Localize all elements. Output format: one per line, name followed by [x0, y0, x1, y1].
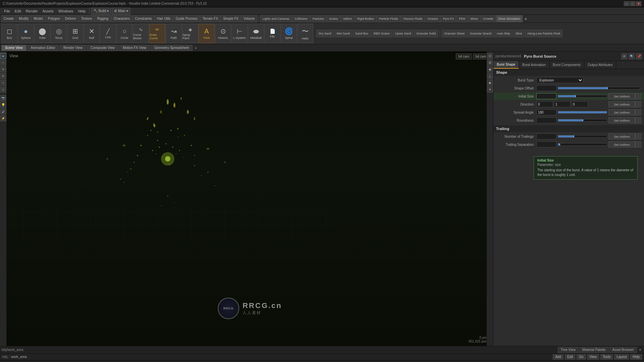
num-trailings-extra-btn[interactable]: ⋮	[635, 133, 641, 139]
fem-btn[interactable]: FEM	[457, 15, 468, 22]
select-box[interactable]: □	[0, 60, 6, 66]
dry-sand-btn[interactable]: Dry Sand	[316, 30, 334, 37]
num-trailings-slider[interactable]	[558, 135, 607, 138]
upres-sand-btn[interactable]: Upres Sand	[393, 30, 414, 37]
tab-burst-shape[interactable]: Burst Shape	[493, 61, 519, 69]
menu-render[interactable]: Render	[24, 8, 40, 14]
shape-spiral[interactable]: 🌀 Spiral	[281, 24, 297, 43]
tab-composite-view[interactable]: Composite View	[87, 45, 118, 51]
shape-tube[interactable]: ⬤ Tube	[34, 24, 50, 43]
shape-path[interactable]: ↝ Path	[166, 24, 182, 43]
spread-angle-input[interactable]	[536, 109, 556, 115]
trailing-sep-slider[interactable]	[558, 143, 607, 146]
model-btn[interactable]: Model	[31, 15, 45, 22]
minimize-button[interactable]: —	[624, 1, 629, 6]
tab-scene-view[interactable]: Scene View	[1, 45, 26, 51]
prop-settings-btn[interactable]: ⚙	[621, 53, 627, 59]
roundness-slider[interactable]	[558, 119, 607, 122]
trailing-sep-extra-btn[interactable]: ⋮	[635, 141, 641, 147]
num-trailings-input[interactable]: 325	[536, 133, 556, 139]
shape-l-system[interactable]: ⊢ L-System	[231, 24, 248, 43]
menu-edit[interactable]: Edit	[13, 8, 23, 14]
auto-ship-btn[interactable]: Auto-Ship	[494, 30, 513, 37]
tab-render-view[interactable]: Render View	[60, 45, 86, 51]
move-tool[interactable]: ✛	[0, 66, 6, 72]
vp-shade-btn[interactable]: ◆	[487, 80, 493, 86]
shape-line[interactable]: ╱ Line	[100, 24, 116, 43]
select-tool[interactable]: ◈	[0, 53, 6, 59]
modify-btn[interactable]: Modify	[16, 15, 31, 22]
rigging-btn[interactable]: Rigging	[95, 15, 111, 22]
persp-cam-btn[interactable]: hd cam	[456, 54, 472, 59]
spread-extra-btn[interactable]: ⋮	[635, 109, 641, 115]
main-dropdown[interactable]: ⚙ Main ▾	[112, 7, 130, 15]
roundness-set-uniform-btn[interactable]: Set Uniform	[608, 117, 635, 123]
viscous-fluids-btn[interactable]: Viscous Fluids	[401, 15, 425, 22]
initial-size-slider[interactable]	[558, 95, 607, 98]
shape-curve-bezier[interactable]: ∿ Curve Bezier	[133, 24, 149, 43]
deform-btn[interactable]: Deform	[63, 15, 78, 22]
granular-solid-btn[interactable]: Granular Solid	[414, 30, 438, 37]
shape-grid[interactable]: ⊞ Grid	[67, 24, 83, 43]
roundness-extra-btn[interactable]: ⋮	[635, 117, 641, 123]
node-editor-tools-btn[interactable]: Tools	[600, 354, 613, 360]
hair-utils-btn[interactable]: Hair Utils	[155, 15, 173, 22]
rotate-tool[interactable]: ↻	[0, 73, 6, 79]
rbd-grains-btn[interactable]: RBD Grains	[371, 30, 392, 37]
vp-grid-btn[interactable]: ⊞	[487, 60, 493, 66]
add-tab-btn[interactable]: +	[524, 16, 527, 21]
tab-motion-fx[interactable]: Motion FX View	[119, 45, 150, 51]
shape-null[interactable]: ✕ Null	[84, 24, 100, 43]
num-trailings-set-uniform-btn[interactable]: Set Uniform	[608, 133, 635, 139]
direction-set-uniform-btn[interactable]: Set Uniform	[608, 101, 635, 107]
menu-windows[interactable]: Windows	[56, 8, 75, 14]
terrain-fx-btn[interactable]: Terrain FX	[200, 15, 220, 22]
initial-size-extra-btn[interactable]: ⋮	[635, 93, 641, 99]
slice-btn[interactable]: Slice	[513, 30, 525, 37]
tab-animation-editor[interactable]: Animation Editor	[27, 45, 59, 51]
shape-spray-paint[interactable]: ◈ Spray Paint	[182, 24, 198, 43]
prop-search-btn[interactable]: 🔍	[629, 53, 635, 59]
bottom-tab-tree[interactable]: Tree View	[558, 347, 579, 353]
prop-pin-btn[interactable]: 📌	[636, 53, 642, 59]
crowds-btn[interactable]: Crowds	[481, 15, 496, 22]
handle-tool[interactable]: ◇	[0, 86, 6, 93]
texture-btn[interactable]: Texture	[79, 15, 95, 22]
maximize-button[interactable]: □	[630, 1, 635, 6]
lights-cameras-btn[interactable]: Lights and Cameras	[260, 15, 292, 22]
characters-btn[interactable]: Characters	[111, 15, 132, 22]
particle-fluids-btn[interactable]: Particle Fluids	[377, 15, 400, 22]
tab-geometry-spreadsheet[interactable]: Geometry Spreadsheet	[151, 45, 193, 51]
shape-box[interactable]: ◻ Box	[1, 24, 17, 43]
grains-btn[interactable]: Grains	[327, 15, 340, 22]
camera-tool[interactable]: 📷	[0, 95, 6, 101]
trailing-sep-set-uniform-btn[interactable]: Set Uniform	[608, 141, 635, 147]
node-editor-go-btn[interactable]: Go	[577, 354, 586, 360]
vp-snap-btn[interactable]: ⊡	[487, 53, 493, 59]
node-editor-help-btn[interactable]: Help	[630, 354, 642, 360]
shape-font[interactable]: A Font	[199, 24, 215, 43]
node-editor-view-btn[interactable]: View	[587, 354, 599, 360]
spread-angle-slider[interactable]	[558, 111, 607, 114]
shape-helix[interactable]: 〜 Helix	[297, 24, 313, 43]
vellum-btn[interactable]: Vellum	[341, 15, 355, 22]
direction-x-input[interactable]	[536, 101, 553, 107]
shape-circle[interactable]: ○ Circle	[116, 24, 132, 43]
build-dropdown[interactable]: 🔨 Build ▾	[91, 7, 111, 15]
shape-historic[interactable]: ⊙ Historic	[215, 24, 231, 43]
constraints-btn[interactable]: Constraints	[132, 15, 154, 22]
bottom-tab-asset[interactable]: Asset Browser	[609, 347, 637, 353]
granular-strand-btn[interactable]: Granular Strand	[468, 30, 494, 37]
direction-z-input[interactable]	[571, 101, 588, 107]
menu-assets[interactable]: Assets	[41, 8, 56, 14]
granular-sheet-btn[interactable]: Granular Sheet	[442, 30, 467, 37]
collisions-btn[interactable]: Collisions	[292, 15, 310, 22]
roundness-input[interactable]: 0.5	[536, 117, 556, 123]
bottom-tab-material[interactable]: Material Palette	[579, 347, 608, 353]
wet-sand-btn[interactable]: Wet Sand	[334, 30, 352, 37]
shape-sphere[interactable]: ● Sphere	[18, 24, 34, 43]
simple-fx-btn[interactable]: Simple FX	[221, 15, 241, 22]
vp-wire-btn[interactable]: △	[487, 73, 493, 79]
drive-simulation-btn[interactable]: Drive Simulation	[496, 15, 523, 22]
shape-draw-curve[interactable]: ✏ Draw Curve	[149, 24, 165, 43]
